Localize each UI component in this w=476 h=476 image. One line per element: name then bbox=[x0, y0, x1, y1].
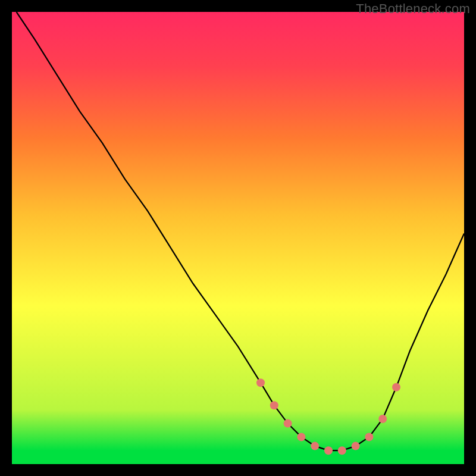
curve-marker bbox=[352, 442, 360, 450]
curve-marker bbox=[338, 446, 346, 455]
curve-marker bbox=[256, 378, 265, 387]
curve-marker bbox=[324, 446, 333, 455]
chart-stage: TheBottleneck.com bbox=[0, 0, 476, 476]
curve-marker bbox=[297, 433, 305, 441]
curve-svg bbox=[12, 12, 464, 464]
curve-marker bbox=[392, 383, 400, 392]
plot-area bbox=[12, 12, 464, 464]
curve-marker bbox=[365, 433, 373, 441]
curve-marker bbox=[311, 442, 319, 450]
curve-marker bbox=[378, 415, 387, 423]
marker-group bbox=[256, 378, 400, 455]
curve-marker bbox=[284, 419, 292, 428]
curve-marker bbox=[270, 401, 278, 409]
watermark-text: TheBottleneck.com bbox=[356, 1, 470, 17]
